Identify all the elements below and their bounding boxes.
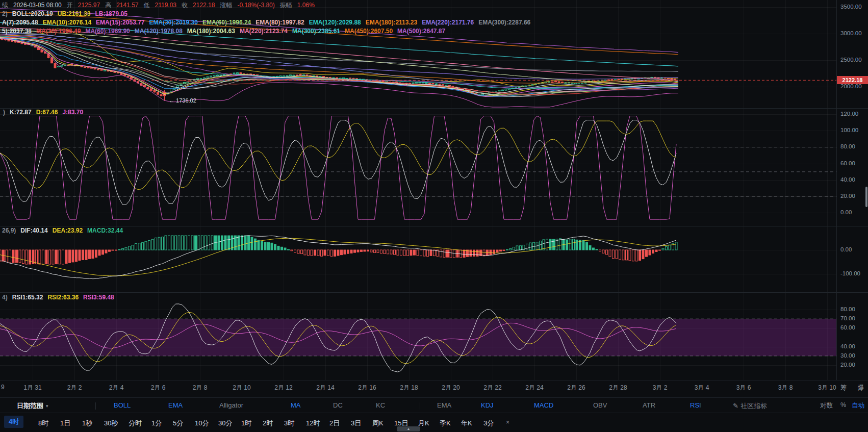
timeframe-10分[interactable]: 10分 (195, 419, 209, 428)
trading-terminal: ← 1736.02 2122.18 9 ▲ 续2026-03-05 08:00开… (0, 0, 868, 432)
header-segment: 续 (2, 2, 8, 9)
edit-icon: ✎ (733, 402, 738, 410)
indicator-label: Alligator (219, 401, 243, 409)
date-tick-label: 2月 20 (442, 384, 459, 392)
macd-pane-graphics (0, 236, 677, 279)
scale-control-对数[interactable]: 对数 (820, 401, 833, 410)
indicator-item-RSI[interactable]: RSI (690, 401, 701, 409)
timeframe-2日[interactable]: 2日 (329, 419, 340, 428)
indicator-label: ATR (643, 401, 655, 409)
header-segment: EMA(80):1997.82 (256, 19, 304, 26)
timeframe-5分[interactable]: 5分 (173, 419, 183, 428)
indicator-item-KC[interactable]: KC (376, 401, 385, 409)
header-segment: EMA(10):2076.14 (43, 19, 91, 26)
axis-tick-label: 120.00 (840, 111, 858, 117)
header-segment: MA(30):1996.49 (36, 28, 81, 35)
header-segment: DEA:23.92 (53, 227, 83, 234)
kdj-pane-lines (0, 116, 676, 220)
timeframe-8时[interactable]: 8时 (38, 419, 48, 428)
header-segment: 涨幅 (220, 2, 232, 9)
scale-control-自动[interactable]: 自动 (852, 401, 864, 410)
close-timeframe-button[interactable]: × (506, 419, 509, 426)
timeframe-周K[interactable]: 周K (372, 419, 384, 428)
header-segment: EMA(300):2287.66 (478, 19, 530, 26)
indicator-label: MACD (534, 401, 553, 409)
header-segment: RSI2:63.36 (47, 294, 79, 301)
indicator-item-BOLL[interactable]: BOLL (114, 401, 131, 409)
header-segment: ) (3, 109, 5, 116)
macd-header: 26,9)DIF:40.14DEA:23.92MACD:32.44 (2, 227, 127, 234)
timeframe-分时[interactable]: 分时 (129, 419, 142, 428)
chart-canvas[interactable] (0, 0, 868, 380)
main-header-line-4: 5):2037.38MA(30):1996.49MA(60):1969.90MA… (2, 28, 450, 35)
header-segment: EMA(30):2019.30 (149, 19, 198, 26)
header-segment: 2122.18 (193, 2, 215, 9)
header-segment: J:83.70 (62, 109, 83, 116)
scale-control-%[interactable]: % (840, 401, 846, 409)
date-tick-label: 3月 2 (653, 384, 668, 392)
toolbar-divider (95, 402, 96, 410)
header-segment: DIF:40.14 (20, 227, 47, 234)
indicator-item-EMA[interactable]: EMA (437, 401, 451, 409)
chevron-up-icon: ▲ (407, 427, 411, 430)
axis-tick-label: 100.00 (840, 127, 858, 133)
collapse-toolbar-button[interactable]: ▲ (397, 426, 420, 431)
header-segment: RSI1:65.32 (12, 294, 43, 301)
indicator-label: KDJ (481, 401, 494, 409)
date-tick-label: 2月 22 (483, 384, 501, 392)
header-segment: MACD:32.44 (87, 227, 123, 234)
last-price-value: 2122.18 (843, 77, 863, 83)
header-segment: EMA(15):2053.77 (96, 19, 144, 26)
timeframe-4时[interactable]: 4时 (4, 416, 23, 428)
header-segment: A(7):2095.48 (2, 19, 38, 26)
indicator-label: MA (291, 401, 301, 409)
indicator-item-社区指标[interactable]: ✎社区指标 (733, 401, 767, 411)
main-header-line-3: A(7):2095.48EMA(10):2076.14EMA(15):2053.… (2, 19, 535, 26)
date-tick-label: 2月 4 (109, 384, 124, 392)
timeframe-12时[interactable]: 12时 (306, 419, 320, 428)
indicator-item-Alligator[interactable]: Alligator (219, 401, 243, 409)
timeframe-3日[interactable]: 3日 (351, 419, 361, 428)
timeframe-季K[interactable]: 季K (440, 419, 451, 428)
timeframe-3分[interactable]: 3分 (483, 419, 494, 428)
header-segment: MA(180):2004.63 (187, 28, 235, 35)
header-segment: 5):2037.38 (2, 28, 32, 35)
header-segment: 收 (182, 2, 188, 9)
timeframe-30秒[interactable]: 30秒 (104, 419, 118, 428)
timeframe-2时[interactable]: 2时 (263, 419, 273, 428)
timeframe-3时[interactable]: 3时 (284, 419, 294, 428)
header-segment: K:72.87 (10, 109, 32, 116)
header-segment: LB:1879.05 (95, 10, 127, 17)
axis-tick-label: 3500.00 (840, 4, 862, 10)
timeframe-年K[interactable]: 年K (461, 419, 472, 428)
header-segment: EMA(60):1996.24 (202, 19, 251, 26)
timeframe-1分[interactable]: 1分 (151, 419, 162, 428)
indicator-item-MACD[interactable]: MACD (534, 401, 553, 409)
date-tick-label: 3月 4 (695, 384, 709, 392)
axis-tick-label: 40.00 (840, 343, 855, 349)
indicator-item-EMA[interactable]: EMA (168, 401, 183, 409)
timeframe-30分[interactable]: 30分 (218, 419, 232, 428)
timeframe-1时[interactable]: 1时 (241, 419, 251, 428)
indicator-label: 日期范围 (17, 402, 43, 410)
chevron-down-icon: ▾ (46, 403, 48, 409)
side-panel-toggle[interactable]: 爆 (858, 384, 864, 392)
indicator-item-OBV[interactable]: OBV (593, 401, 607, 409)
axis-tick-label: 0.00 (840, 246, 852, 252)
timeframe-1日[interactable]: 1日 (60, 419, 70, 428)
indicator-item-日期范围[interactable]: 日期范围▾ (17, 401, 48, 411)
indicator-item-KDJ[interactable]: KDJ (481, 401, 494, 409)
indicator-label: KC (376, 401, 385, 409)
indicator-label: EMA (168, 401, 183, 409)
row-divider (0, 413, 868, 413)
side-panel-toggle[interactable]: 筹 (840, 384, 847, 392)
date-tick-partial: 9 (1, 384, 5, 391)
header-segment: 1.06% (297, 2, 315, 9)
axis-tick-label: 20.00 (840, 193, 855, 199)
scrollbar-thumb (865, 187, 867, 207)
indicator-item-MA[interactable]: MA (291, 401, 301, 409)
axis-tick-label: 0.00 (840, 209, 852, 215)
timeframe-1秒[interactable]: 1秒 (82, 419, 92, 428)
indicator-item-DC[interactable]: DC (333, 401, 343, 409)
indicator-item-ATR[interactable]: ATR (643, 401, 655, 409)
